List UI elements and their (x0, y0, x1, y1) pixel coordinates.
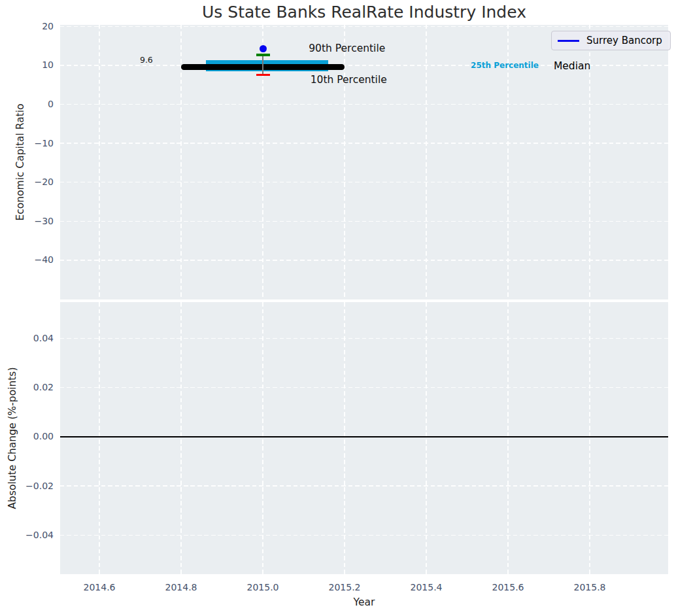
y-tick-label-20: −20 (34, 176, 54, 188)
x-axis-label-year: Year (60, 596, 668, 608)
vertical-gridline (426, 25, 427, 299)
y-tick-label-10: 10 (42, 59, 54, 71)
x-tick-label-2014-6: 2014.6 (84, 581, 116, 594)
y-tick-label-0-00: 0.00 (33, 430, 54, 443)
series-zero-line (60, 436, 668, 437)
legend-label: Surrey Bancorp (586, 35, 662, 46)
axes-economic-capital-ratio: 9.690th Percentile10th Percentile25th Pe… (60, 25, 668, 299)
y-tick-label-40: −40 (34, 254, 54, 266)
y-tick-label-0-04: 0.04 (33, 332, 54, 345)
y-tick-label-0-02: 0.02 (33, 381, 54, 394)
y-tick-label-10: −10 (34, 137, 54, 150)
legend: Surrey Bancorp (551, 31, 671, 50)
horizontal-gridline (60, 338, 668, 339)
horizontal-gridline (60, 485, 668, 487)
figure: Us State Banks RealRate Industry Index 9… (0, 0, 676, 616)
series-surrey-bancorp-point (260, 45, 267, 52)
y-axis-label-economic-capital-ratio: Economic Capital Ratio (14, 103, 26, 220)
vertical-gridline (426, 302, 427, 574)
horizontal-gridline (60, 26, 668, 27)
x-tick-label-2015-6: 2015.6 (492, 581, 524, 594)
x-tick-label-2015-0: 2015.0 (247, 581, 279, 594)
horizontal-gridline (60, 182, 668, 183)
y-tick-label-0: 0 (48, 98, 54, 111)
annotation-90th-percentile: 90th Percentile (309, 43, 385, 55)
axes-absolute-change (60, 302, 668, 574)
annotation-10th-percentile: 10th Percentile (311, 74, 387, 86)
vertical-gridline (99, 302, 100, 574)
horizontal-gridline (60, 104, 668, 105)
series-10th-90th-percentile-whisker-stem (262, 55, 263, 75)
annotation-median: Median (554, 60, 590, 73)
x-tick-label-2014-8: 2014.8 (165, 581, 197, 594)
y-tick-label-30: −30 (34, 215, 54, 228)
annotation-25th-percentile: 25th Percentile (471, 61, 539, 70)
series-10th-90th-percentile-whisker-cap-low (256, 74, 270, 77)
horizontal-gridline (60, 535, 668, 536)
x-tick-label-2015-2: 2015.2 (329, 581, 361, 594)
y-tick-label-0-04: −0.04 (25, 529, 54, 541)
horizontal-gridline (60, 260, 668, 261)
horizontal-gridline (60, 221, 668, 222)
vertical-gridline (262, 302, 263, 574)
legend-line-swatch (558, 40, 579, 42)
vertical-gridline (180, 302, 182, 574)
vertical-gridline (507, 302, 509, 574)
y-tick-label-0-02: −0.02 (25, 480, 54, 492)
x-tick-label-2015-4: 2015.4 (411, 581, 443, 594)
y-axis-label-absolute-change: Absolute Change (%-points) (7, 368, 18, 509)
vertical-gridline (589, 302, 590, 574)
vertical-gridline (99, 25, 100, 299)
annotation-9-6: 9.6 (140, 55, 153, 65)
chart-title: Us State Banks RealRate Industry Index (60, 3, 668, 22)
horizontal-gridline (60, 387, 668, 388)
series-10th-90th-percentile-whisker-cap-high (256, 54, 270, 56)
vertical-gridline (344, 302, 345, 574)
horizontal-gridline (60, 143, 668, 144)
x-tick-label-2015-8: 2015.8 (574, 581, 606, 594)
y-tick-label-20: 20 (42, 20, 54, 33)
